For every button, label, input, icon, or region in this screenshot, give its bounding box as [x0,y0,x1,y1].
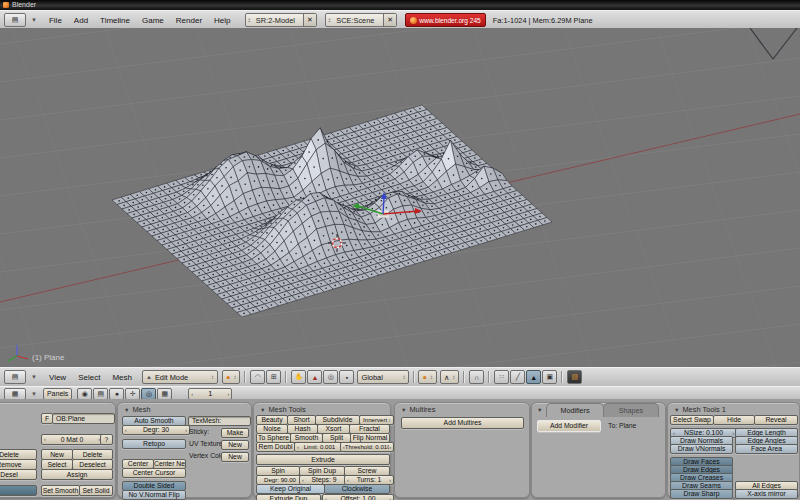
material-index-spinner[interactable]: ‹ 0 Mat 0 › [41,434,103,445]
scene-context-icon[interactable]: ▦ [157,388,172,400]
collapse-triangle-icon[interactable]: ▼ [674,407,679,413]
mode-dropdown[interactable]: ▲ Edit Mode ↕ [142,370,218,384]
reveal-button[interactable]: Reveal [754,415,798,425]
editing-context-icon[interactable]: ◎ [141,388,156,400]
menu-file[interactable]: File [49,16,62,25]
collapse-triangle-icon[interactable]: ▼ [537,407,542,413]
spinner-right-icon[interactable]: › [389,443,391,451]
proportional-edit-dropdown[interactable]: ●↕ [418,370,436,384]
spinner-right-icon[interactable]: › [389,495,391,500]
shading-context-icon[interactable]: ● [109,388,124,400]
select-swap-button[interactable]: Select Swap [670,415,714,425]
scale-manipulator-icon[interactable]: ▪ [339,370,354,384]
rem-doubles-button[interactable]: Rem Doubl [256,442,295,452]
menu-game[interactable]: Game [142,16,164,25]
buttons-page-spinner[interactable]: ‹ 1 › [188,388,232,400]
rotate-manipulator-icon[interactable]: ◎ [323,370,338,384]
header-collapse-icon[interactable]: ▼ [31,17,37,23]
spinner-left-icon[interactable]: ‹ [191,391,193,397]
scene-selector[interactable]: ‡ SCE:Scene ✕ [325,13,397,27]
panel-mesh-tools-header[interactable]: ▼ Mesh Tools [260,405,306,414]
add-modifier-button[interactable]: Add Modifier [537,420,601,432]
separator [413,371,414,383]
extrude-button[interactable]: Extrude [256,454,390,465]
material-help-button[interactable]: ? [100,434,113,445]
panel-multires-header[interactable]: ▼ Multires [401,405,435,414]
object-name-field[interactable]: OB:Plane [52,413,115,424]
collapse-triangle-icon[interactable]: ▼ [260,407,265,413]
degr-spinner[interactable]: ‹ Degr: 30 › [122,425,190,435]
menu-select[interactable]: Select [78,373,100,382]
rotation-icon[interactable]: ◠ [250,370,265,384]
occlude-geometry-icon[interactable]: ▣ [542,370,557,384]
offset-spinner[interactable]: ‹ Offset: 1.00 › [322,494,394,500]
menu-add[interactable]: Add [74,16,88,25]
no-vnormal-flip-toggle[interactable]: No V.Normal Flip [122,490,186,500]
hide-button[interactable]: Hide [713,415,755,425]
draw-vnormals-toggle[interactable]: Draw VNormals [670,444,733,454]
add-multires-button[interactable]: Add Multires [401,417,524,429]
panel-mesh-tools1-header[interactable]: ▼ Mesh Tools 1 [674,405,726,414]
threshold-spinner[interactable]: ‹ Threshold: 0.010 › [340,442,394,452]
3d-viewport[interactable]: (1) Plane [0,28,800,367]
clockwise-toggle[interactable]: Clockwise [324,484,390,494]
tab-modifiers[interactable]: Modifiers [546,403,604,417]
viewport-type-button[interactable]: ▤ [4,370,26,384]
tab-shapes[interactable]: Shapes [603,403,659,417]
logic-context-icon[interactable]: ◉ [77,388,92,400]
scene-close-icon[interactable]: ✕ [383,14,396,26]
limit-spinner[interactable]: ‹ Limit: 0.001 › [294,442,345,452]
spinner-right-icon[interactable]: › [228,391,230,397]
collapse-triangle-icon[interactable]: ▼ [401,407,406,413]
screen-selector[interactable]: ‡ SR:2-Model ✕ [245,13,317,27]
menu-render[interactable]: Render [176,16,202,25]
translate-manipulator-icon[interactable]: ▲ [307,370,322,384]
manipulator-hand-icon[interactable]: ✋ [291,370,306,384]
material-assign-button[interactable]: Assign [41,469,113,480]
spinner-right-icon[interactable]: › [389,476,391,484]
vertex-color-new-button[interactable]: New [221,452,249,462]
vgroup-weight-field[interactable] [0,485,37,496]
keep-original-toggle[interactable]: Keep Original [256,484,325,494]
retopo-toggle[interactable]: Retopo [122,439,186,449]
uv-texture-new-button[interactable]: New [221,440,249,450]
snap-icon[interactable]: ∩ [469,370,484,384]
vertex-select-icon[interactable]: ∷ [494,370,509,384]
face-area-toggle[interactable]: Face Area [735,444,798,454]
panel-mesh-header[interactable]: ▼ Mesh [124,405,151,414]
draw-mode-dropdown[interactable]: ●↕ [222,370,240,384]
script-context-icon[interactable]: ▤ [93,388,108,400]
buttons-menu-collapse-icon[interactable]: ▼ [31,391,37,397]
viewport-menu-collapse-icon[interactable]: ▼ [31,374,37,380]
face-select-icon[interactable]: ▲ [526,370,541,384]
orientation-dropdown[interactable]: Global ↕ [357,370,409,384]
set-solid-button[interactable]: Set Solid [79,485,113,496]
falloff-dropdown[interactable]: ∧↕ [440,370,459,384]
vgroup-desel-button[interactable]: Desel [0,469,37,480]
pivot-icon[interactable]: ⊞ [266,370,281,384]
center-cursor-button[interactable]: Center Cursor [122,468,186,478]
extrude-dup-button[interactable]: Extrude Dup [256,494,321,500]
collapse-triangle-icon[interactable]: ▼ [124,407,129,413]
window-type-button[interactable]: ▤ [4,13,26,27]
edge-select-icon[interactable]: ╱ [510,370,525,384]
menu-help[interactable]: Help [214,16,230,25]
menu-mesh[interactable]: Mesh [112,373,132,382]
render-preview-icon[interactable]: ▨ [567,370,582,384]
spinner-right-icon[interactable]: › [185,426,187,434]
texmesh-field[interactable]: TexMesh: [188,416,251,426]
menu-timeline[interactable]: Timeline [100,16,130,25]
x-axis-mirror-toggle[interactable]: X-axis mirror [735,489,798,499]
screen-close-icon[interactable]: ✕ [303,14,316,26]
buttons-window-type-button[interactable]: ▦ [4,388,26,400]
screen-selector-icon: ‡ [246,17,253,23]
uv-texture-label: UV Texture [189,440,223,448]
panel-title: Mesh [132,405,150,414]
screen-selector-value: SR:2-Model [253,16,303,25]
menu-view[interactable]: View [49,373,66,382]
draw-sharp-toggle[interactable]: Draw Sharp [670,489,733,499]
object-context-icon[interactable]: ✛ [125,388,140,400]
sticky-make-button[interactable]: Make [221,428,249,438]
panels-button[interactable]: Panels [43,388,72,400]
set-smooth-button[interactable]: Set Smooth [41,485,80,496]
